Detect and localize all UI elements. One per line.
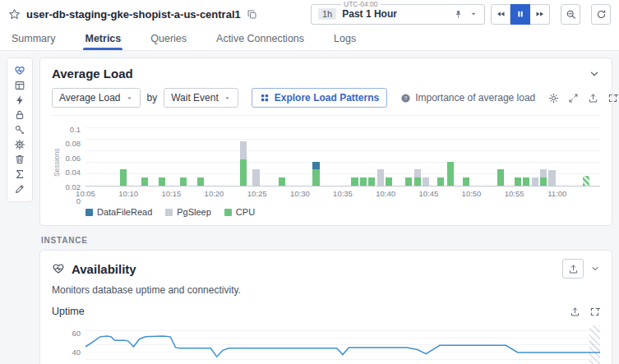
average-load-header: Average Load	[52, 67, 600, 81]
time-range-label: Past 1 Hour	[342, 8, 447, 20]
load-bar-10:23-cpu	[240, 159, 247, 186]
load-bar-10:31-datafileread	[312, 162, 319, 170]
sidebar-item-aggregations[interactable]	[7, 167, 32, 182]
explore-load-patterns-button[interactable]: Explore Load Patterns	[252, 88, 387, 108]
average-load-card: Average Load Average Load by Wait Event …	[39, 58, 612, 226]
uptime-yaxis: 0204060	[61, 325, 85, 364]
zoom-out-button[interactable]	[561, 4, 580, 25]
legend-swatch	[224, 209, 232, 216]
tab-metrics[interactable]: Metrics	[83, 33, 122, 50]
load-plot[interactable]	[85, 124, 600, 187]
question-circle-icon: ?	[400, 93, 411, 104]
load-bar-10:46-cpu	[437, 177, 444, 186]
topbar: user-db-staging-gke-shopist-a-us-central…	[0, 0, 619, 28]
skip-forward-icon	[535, 9, 545, 19]
sidebar-item-tables[interactable]	[7, 78, 32, 93]
sidebar-item-health[interactable]	[7, 63, 32, 78]
tab-bar: SummaryMetricsQueriesActive ConnectionsL…	[0, 28, 619, 51]
collapse-chevron-icon[interactable]	[589, 68, 600, 80]
availability-title-group: Availability	[52, 262, 136, 276]
metric-select-value: Average Load	[59, 92, 121, 104]
expand-icon[interactable]	[589, 306, 600, 317]
tab-summary[interactable]: Summary	[10, 33, 57, 50]
load-bar-10:36-cpu	[351, 177, 358, 187]
load-bar-10:38-cpu	[368, 177, 375, 186]
load-legend: DataFileReadPgSleepCPU	[52, 207, 600, 217]
tool-sidebar	[7, 58, 33, 202]
collapse-chevron-icon[interactable]	[590, 264, 600, 274]
gear-icon[interactable]	[548, 93, 559, 104]
skip-back-icon	[496, 9, 506, 19]
metric-select[interactable]: Average Load	[52, 88, 141, 108]
pin-icon[interactable]	[453, 9, 464, 20]
bolt-icon	[14, 94, 25, 106]
availability-header: Availability	[52, 259, 600, 279]
skip-back-button[interactable]	[491, 4, 510, 25]
legend-swatch	[85, 209, 93, 216]
availability-description: Monitors database uptime and connectivit…	[52, 284, 600, 296]
load-bar-10:56-cpu	[523, 177, 529, 186]
load-bar-10:27-cpu	[279, 177, 285, 187]
time-range-badge: 1h	[318, 8, 336, 20]
uptime-plot-column: 10:0510:1010:1510:2010:2510:3010:3510:40…	[85, 325, 600, 364]
tab-active-connections[interactable]: Active Connections	[215, 33, 306, 50]
copy-icon[interactable]	[247, 9, 257, 20]
load-plot-column: 10:0510:1010:1510:2010:2510:3010:3510:40…	[85, 124, 600, 200]
load-chart: Sessions 00.020.040.060.080.1 10:0510:10…	[52, 124, 600, 200]
refresh-button[interactable]	[591, 4, 611, 25]
legend-item-pgsleep[interactable]: PgSleep	[165, 207, 211, 217]
helm-icon	[14, 139, 25, 150]
sidebar-item-queries[interactable]	[7, 93, 32, 108]
main-column: Average Load Average Load by Wait Event …	[39, 58, 612, 364]
expand-icon[interactable]	[607, 93, 618, 104]
load-bar-10:42-cpu	[405, 177, 412, 186]
load-bar-10:43-pgsleep	[414, 169, 421, 177]
load-bar-10:31-cpu	[312, 169, 319, 186]
uptime-action-icons	[570, 306, 600, 317]
heart-pulse-icon	[14, 65, 25, 76]
sidebar-item-keys[interactable]	[7, 122, 32, 137]
availability-actions	[562, 259, 600, 279]
legend-item-datafileread[interactable]: DataFileRead	[85, 207, 152, 217]
sigma-icon	[14, 168, 25, 180]
legend-item-cpu[interactable]: CPU	[224, 207, 255, 217]
uptime-plot[interactable]	[85, 325, 600, 364]
time-range-selector[interactable]: UTC-04:00 1h Past 1 Hour	[311, 4, 485, 25]
legend-label: CPU	[236, 207, 255, 217]
grid-icon	[260, 93, 270, 103]
explore-button-label: Explore Load Patterns	[275, 92, 379, 104]
load-bar-10:53-cpu	[497, 169, 504, 186]
sidebar-item-cleanup[interactable]	[7, 152, 32, 167]
load-bar-10:47-cpu	[447, 162, 454, 186]
group-by-select[interactable]: Wait Event	[164, 88, 238, 108]
sidebar-item-edit[interactable]	[7, 182, 32, 196]
load-bar-10:37-cpu	[360, 177, 367, 186]
export-icon[interactable]	[570, 306, 580, 317]
load-bar-10:44-pgsleep	[423, 177, 429, 186]
tab-queries[interactable]: Queries	[149, 33, 188, 50]
split-graph-icon[interactable]	[568, 93, 579, 104]
availability-export-button[interactable]	[562, 259, 584, 279]
average-load-title: Average Load	[52, 67, 133, 81]
load-bar-10:18-cpu	[197, 177, 204, 186]
availability-card: Availability Monitors database uptime an…	[39, 250, 612, 364]
export-icon[interactable]	[588, 93, 598, 104]
load-bar-10:49-cpu	[463, 177, 469, 186]
load-bar-10:11-cpu	[141, 177, 148, 186]
sidebar-item-locks[interactable]	[7, 108, 32, 122]
incomplete-data-band	[589, 325, 600, 364]
pause-button[interactable]	[510, 4, 530, 25]
sidebar-item-operations[interactable]	[7, 137, 32, 152]
uptime-left-pad	[52, 325, 61, 364]
load-bar-11:03-cpu	[583, 176, 589, 186]
caret-down-icon[interactable]	[469, 10, 478, 18]
importance-help-link[interactable]: ? Importance of average load	[400, 92, 535, 104]
chart-action-icons	[548, 93, 618, 104]
star-icon[interactable]	[8, 8, 21, 21]
load-bar-10:09-cpu	[120, 169, 127, 186]
tab-logs[interactable]: Logs	[332, 33, 358, 50]
skip-forward-button[interactable]	[530, 4, 550, 25]
main-content: Average Load Average Load by Wait Event …	[0, 51, 619, 364]
load-bar-10:24-pgsleep	[252, 169, 259, 186]
heart-pulse-icon	[52, 262, 65, 275]
